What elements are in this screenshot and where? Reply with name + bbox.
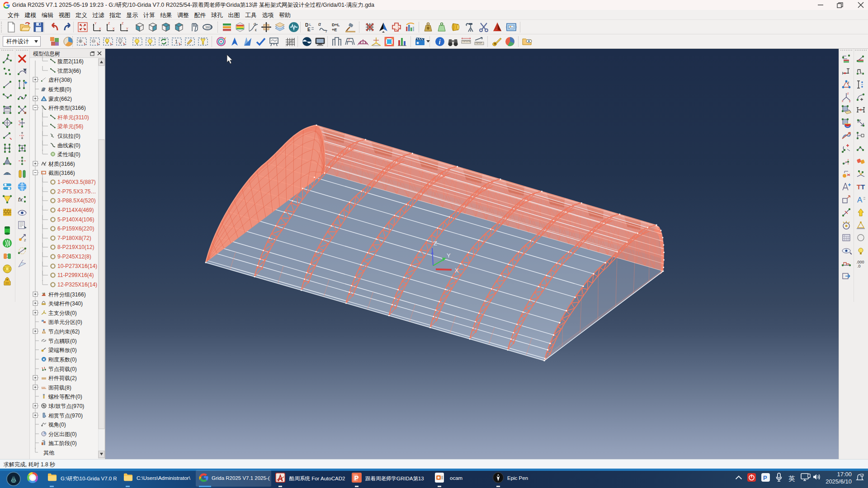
svg-text:P: P: [763, 474, 767, 481]
svg-text:X: X: [113, 27, 115, 30]
svg-text:zZ: zZ: [861, 474, 863, 477]
svg-text:E: E: [307, 27, 311, 32]
svg-text:z: z: [847, 92, 849, 95]
svg-text:T: T: [857, 183, 861, 191]
svg-text:2: 2: [24, 238, 26, 242]
svg-text:.0: .0: [857, 264, 861, 268]
svg-text:D+L: D+L: [332, 23, 340, 27]
svg-text:E: E: [44, 163, 46, 166]
svg-text:σ: σ: [254, 22, 256, 26]
svg-text:y: y: [849, 99, 851, 103]
svg-text:360: 360: [205, 26, 211, 29]
svg-text:K: K: [43, 357, 46, 361]
svg-text:α: α: [318, 22, 321, 27]
svg-text:X: X: [99, 27, 101, 30]
svg-text:+E: +E: [332, 28, 337, 32]
svg-text:ε: ε: [255, 28, 257, 32]
svg-text:Z: Z: [122, 22, 124, 25]
svg-text:P: P: [354, 474, 359, 482]
svg-text:Z: Z: [108, 22, 110, 25]
svg-text:Y: Y: [447, 252, 451, 259]
svg-text:1: 1: [175, 39, 178, 44]
svg-text:T: T: [861, 183, 865, 191]
svg-text:Z: Z: [434, 240, 437, 247]
svg-text:z: z: [848, 81, 849, 84]
svg-text:L: L: [309, 23, 311, 27]
svg-text:T: T: [325, 29, 328, 33]
svg-text:x: x: [842, 99, 844, 103]
svg-text:fx: fx: [18, 196, 23, 203]
svg-text:A: A: [857, 196, 863, 204]
svg-text:Y: Y: [126, 27, 128, 30]
svg-text:7: 7: [348, 38, 350, 42]
svg-text:X: X: [455, 267, 459, 274]
svg-text:Y: Y: [94, 22, 97, 25]
